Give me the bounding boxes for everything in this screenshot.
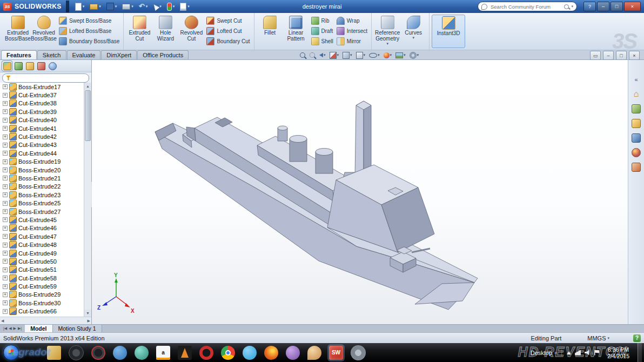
close-button[interactable]: × — [624, 2, 641, 11]
volume-icon[interactable] — [585, 350, 591, 356]
scroll-down-icon[interactable]: ▼ — [84, 310, 91, 317]
tree-item[interactable]: Cut-Extrude38 — [0, 99, 84, 108]
tree-filter-input[interactable] — [13, 75, 85, 81]
camera-app-icon[interactable] — [91, 346, 105, 360]
mirror-button[interactable]: Mirror — [337, 37, 367, 46]
shell-button[interactable]: Shell — [311, 37, 333, 46]
swept-boss-base-button[interactable]: Swept Boss/Base — [59, 16, 119, 25]
design-library-icon[interactable] — [630, 103, 642, 114]
expand-icon[interactable] — [3, 84, 8, 89]
search-icon[interactable] — [564, 4, 569, 9]
expand-icon[interactable] — [3, 135, 8, 139]
tree-item[interactable]: Cut-Extrude43 — [0, 141, 84, 149]
edit-appearance-icon[interactable]: ▾ — [382, 51, 394, 59]
tab-office-products[interactable]: Office Products — [137, 50, 189, 59]
maximize-button[interactable]: □ — [611, 2, 623, 11]
scroll-left-icon[interactable]: ◀ — [1, 319, 4, 323]
fillet-button[interactable]: Fillet — [257, 14, 283, 42]
file-explorer-icon[interactable] — [630, 118, 642, 129]
chrome-icon[interactable] — [221, 346, 235, 360]
tree-item[interactable]: Cut-Extrude58 — [0, 274, 84, 282]
doc-restore-button[interactable]: □ — [616, 51, 627, 60]
extruded-cut-button[interactable]: Extruded Cut — [126, 14, 152, 42]
view-orientation-icon[interactable]: ▾ — [341, 51, 354, 59]
minimize-button[interactable]: – — [597, 2, 609, 11]
tree-item[interactable]: Cut-Extrude49 — [0, 249, 84, 257]
tab-dimxpert[interactable]: DimXpert — [101, 50, 137, 59]
tree-item[interactable]: Boss-Extrude19 — [0, 158, 84, 166]
section-view-icon[interactable]: ▾ — [328, 51, 341, 59]
view-palette-icon[interactable] — [630, 132, 642, 143]
tree-item[interactable]: Cut-Extrude59 — [0, 282, 84, 290]
undo-icon[interactable]: ↶ ▾ — [137, 2, 149, 12]
expand-icon[interactable] — [3, 126, 8, 131]
tree-item[interactable]: Boss-Extrude21 — [0, 174, 84, 182]
file-properties-icon[interactable]: ▾ — [178, 2, 191, 12]
opera-icon[interactable] — [199, 346, 213, 360]
tree-item[interactable]: Cut-Extrude39 — [0, 108, 84, 116]
search-input[interactable] — [489, 3, 562, 10]
tree-item[interactable]: Cut-Extrude50 — [0, 257, 84, 265]
boundary-cut-button[interactable]: Boundary Cut — [206, 37, 250, 46]
show-hidden-icons-button[interactable] — [567, 351, 571, 354]
tree-item[interactable]: Cut-Extrude37 — [0, 91, 84, 99]
scroll-thumb[interactable] — [85, 90, 91, 141]
curves-button[interactable]: Curves ▾ — [400, 14, 426, 45]
rib-button[interactable]: Rib — [311, 16, 333, 25]
hide-show-items-icon[interactable]: ▾ — [367, 51, 381, 59]
expand-icon[interactable] — [3, 251, 8, 256]
expand-icon[interactable] — [3, 159, 8, 164]
solidworks-icon[interactable]: SW — [329, 346, 343, 360]
collapse-task-pane-button[interactable]: « — [630, 74, 642, 85]
tree-item[interactable]: Boss-Extrude22 — [0, 183, 84, 191]
expand-icon[interactable] — [3, 192, 8, 197]
expand-icon[interactable] — [3, 109, 8, 114]
model-tab[interactable]: Model — [25, 325, 52, 332]
expand-icon[interactable] — [3, 118, 8, 123]
units-selector[interactable]: MMGS ▾ — [587, 335, 609, 341]
first-tab-button[interactable]: |◀ — [3, 326, 7, 331]
help-button[interactable]: ? — [583, 2, 596, 11]
custom-properties-icon[interactable] — [630, 162, 642, 172]
prev-tab-button[interactable]: ◀ — [9, 326, 11, 331]
expand-icon[interactable] — [3, 209, 8, 214]
expand-icon[interactable] — [3, 143, 8, 148]
tree-item[interactable]: Cut-Extrude42 — [0, 132, 84, 140]
motion-study-tab[interactable]: Motion Study 1 — [53, 325, 102, 332]
tree-item[interactable]: Cut-Extrude47 — [0, 232, 84, 240]
reference-geometry-button[interactable]: Reference Geometry ▾ — [374, 14, 400, 45]
tree-item[interactable]: Boss-Extrude17 — [0, 83, 84, 91]
status-help-icon[interactable]: ? — [633, 334, 641, 342]
tab-features[interactable]: Features — [1, 50, 37, 59]
expand-icon[interactable] — [3, 167, 8, 172]
display-style-icon[interactable]: ▾ — [354, 51, 367, 59]
draft-button[interactable]: Draft — [311, 26, 333, 36]
expand-icon[interactable] — [3, 93, 8, 98]
expand-icon[interactable] — [3, 292, 8, 297]
expand-icon[interactable] — [3, 243, 8, 247]
dimxpertmanager-tab[interactable] — [36, 61, 46, 71]
expand-icon[interactable] — [3, 234, 8, 239]
save-icon[interactable]: ▾ — [105, 2, 119, 12]
swept-cut-button[interactable]: Swept Cut — [206, 16, 250, 25]
tree-horizontal-scrollbar[interactable]: ◀ ▶ — [0, 317, 91, 324]
apply-scene-icon[interactable]: ▾ — [394, 51, 407, 59]
ship-model[interactable] — [155, 101, 478, 310]
boundary-boss-base-button[interactable]: Boundary Boss/Base — [59, 37, 119, 46]
photos-app-icon[interactable] — [135, 346, 149, 360]
lofted-cut-button[interactable]: Lofted Cut — [206, 26, 250, 36]
tree-item[interactable]: Boss-Extrude30 — [0, 299, 84, 307]
expand-icon[interactable] — [3, 276, 8, 280]
linear-pattern-button[interactable]: Linear Pattern — [283, 14, 309, 42]
tree-item[interactable]: Cut-Extrude44 — [0, 149, 84, 157]
configurationmanager-tab[interactable] — [25, 61, 35, 71]
expand-icon[interactable] — [3, 284, 8, 289]
start-button[interactable] — [3, 345, 19, 360]
skype-icon[interactable] — [243, 346, 257, 360]
solidworks-resources-icon[interactable]: ⌂ — [630, 89, 642, 99]
tree-item[interactable]: Cut-Extrude45 — [0, 216, 84, 224]
file-explorer-icon[interactable] — [47, 346, 61, 360]
tree-item[interactable]: Boss-Extrude23 — [0, 191, 84, 199]
tree-item[interactable]: Cut-Extrude40 — [0, 116, 84, 124]
expand-icon[interactable] — [3, 151, 8, 156]
